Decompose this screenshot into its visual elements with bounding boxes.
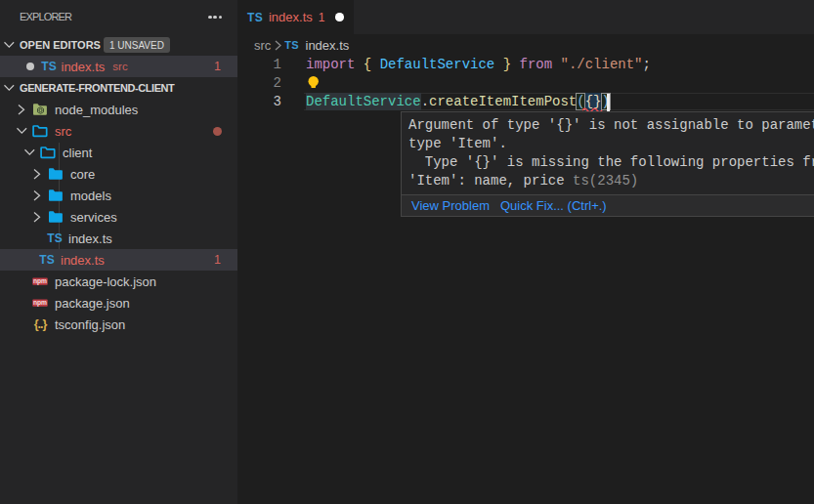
svg-text:npm: npm — [33, 299, 47, 307]
svg-text:npm: npm — [33, 277, 47, 285]
